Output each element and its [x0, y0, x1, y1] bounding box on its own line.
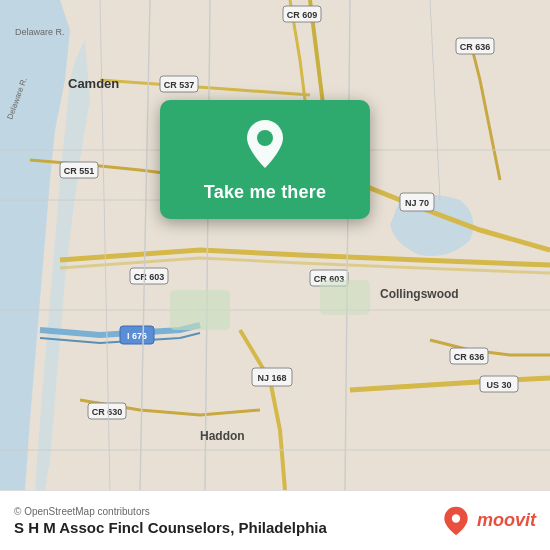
svg-text:Collingswood: Collingswood [380, 287, 459, 301]
svg-text:CR 636: CR 636 [460, 42, 491, 52]
moovit-logo: moovit [441, 506, 536, 536]
moovit-pin-icon [441, 506, 471, 536]
svg-point-44 [452, 514, 460, 522]
svg-rect-37 [320, 280, 370, 315]
svg-text:CR 636: CR 636 [454, 352, 485, 362]
svg-text:NJ 70: NJ 70 [405, 198, 429, 208]
map-background: NJ 70 CR 603 CR 603 US 130 CR 609 CR 551… [0, 0, 550, 490]
copyright-text: © OpenStreetMap contributors [14, 506, 327, 517]
svg-rect-36 [170, 290, 230, 330]
svg-text:Delaware R.: Delaware R. [15, 27, 65, 37]
svg-text:Camden: Camden [68, 76, 119, 91]
location-pin-icon [239, 118, 291, 170]
svg-point-43 [257, 130, 273, 146]
bottom-left-info: © OpenStreetMap contributors S H M Assoc… [14, 506, 327, 536]
take-me-there-button[interactable]: Take me there [204, 180, 326, 205]
svg-text:US 30: US 30 [486, 380, 511, 390]
svg-text:CR 630: CR 630 [92, 407, 123, 417]
svg-text:NJ 168: NJ 168 [257, 373, 286, 383]
popup-card: Take me there [160, 100, 370, 219]
place-name: S H M Assoc Fincl Counselors, Philadelph… [14, 519, 327, 536]
svg-text:CR 537: CR 537 [164, 80, 195, 90]
bottom-bar: © OpenStreetMap contributors S H M Assoc… [0, 490, 550, 550]
map-container: NJ 70 CR 603 CR 603 US 130 CR 609 CR 551… [0, 0, 550, 490]
svg-text:I 676: I 676 [127, 331, 147, 341]
svg-text:CR 609: CR 609 [287, 10, 318, 20]
svg-text:CR 603: CR 603 [134, 272, 165, 282]
moovit-brand-label: moovit [477, 510, 536, 531]
svg-text:Haddon: Haddon [200, 429, 245, 443]
svg-text:CR 551: CR 551 [64, 166, 95, 176]
